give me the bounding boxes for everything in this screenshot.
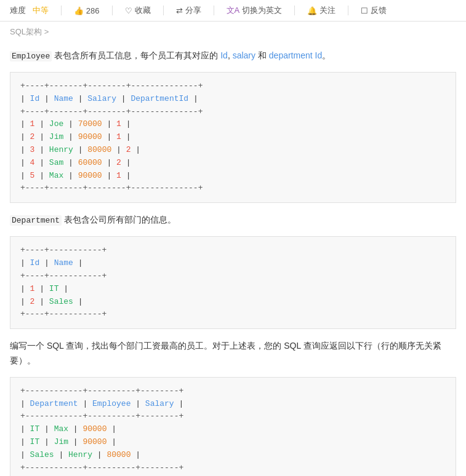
breadcrumb-separator: >	[44, 27, 49, 36]
share-label: 分享	[185, 5, 201, 16]
collect-icon: ♡	[125, 6, 132, 15]
employee-table-border-bottom: +----+-------+--------+--------------+	[20, 182, 446, 195]
department-code-label: Department	[10, 215, 62, 226]
feedback-icon: ☐	[361, 6, 368, 15]
result-table-border-header: +------------+----------+--------+	[20, 410, 446, 423]
difficulty-label: 难度 中等	[10, 5, 49, 16]
description2-text: 表包含公司所有部门的信息。	[64, 215, 176, 224]
employee-table-row-4: | 4 | Sam | 60000 | 2 |	[20, 157, 446, 170]
separator5	[294, 6, 295, 15]
dept-table-border-header: +----+-----------+	[20, 270, 446, 283]
result-table-border-bottom: +------------+----------+--------+	[20, 462, 446, 475]
follow-label: 关注	[319, 5, 335, 16]
department-table: +----+-----------+ | Id | Name | +----+-…	[10, 236, 456, 329]
share-icon: ⇄	[176, 6, 183, 15]
top-bar: 难度 中等 👍 286 ♡ 收藏 ⇄ 分享 文A 切换为英文 🔔 关注 ☐ 反馈	[0, 0, 466, 22]
switch-icon: 文A	[227, 5, 240, 16]
employee-table-border-top: +----+-------+--------+--------------+	[20, 80, 446, 93]
separator2	[112, 6, 113, 15]
feedback-label: 反馈	[371, 5, 387, 16]
separator4	[214, 6, 214, 15]
difficulty-label-text: 难度	[10, 6, 26, 15]
switch-language-button[interactable]: 文A 切换为英文	[227, 5, 283, 16]
likes-button[interactable]: 👍 286	[74, 6, 100, 15]
feedback-button[interactable]: ☐ 反馈	[361, 5, 387, 16]
breadcrumb-item[interactable]: SQL架构	[10, 27, 42, 36]
employee-table-border-header: +----+-------+--------+--------------+	[20, 106, 446, 119]
likes-icon: 👍	[74, 6, 84, 15]
employee-table-row-2: | 2 | Jim | 90000 | 1 |	[20, 131, 446, 144]
employee-table: +----+-------+--------+--------------+ |…	[10, 72, 456, 203]
employee-table-header: | Id | Name | Salary | DepartmentId |	[20, 93, 446, 106]
result-table-row-1: | IT | Max | 90000 |	[20, 423, 446, 436]
dept-table-border-bottom: +----+-----------+	[20, 308, 446, 321]
separator3	[163, 6, 164, 15]
result-table-header: | Department | Employee | Salary |	[20, 398, 446, 411]
result-table-row-2: | IT | Jim | 90000 |	[20, 436, 446, 449]
dept-table-header: | Id | Name |	[20, 257, 446, 270]
description1: Employee 表包含所有员工信息，每个员工有其对应的 Id, salary …	[10, 49, 456, 63]
follow-icon: 🔔	[307, 6, 317, 15]
employee-code-label: Employee	[10, 51, 52, 61]
dept-table-row-1: | 1 | IT |	[20, 283, 446, 296]
main-content: Employee 表包含所有员工信息，每个员工有其对应的 Id, salary …	[0, 42, 466, 476]
result-table-border-top: +------------+----------+--------+	[20, 385, 446, 398]
query-desc-text: 编写一个 SQL 查询，找出每个部门工资最高的员工。对于上述表，您的 SQL 查…	[10, 341, 441, 365]
share-button[interactable]: ⇄ 分享	[176, 5, 201, 16]
employee-table-row-1: | 1 | Joe | 70000 | 1 |	[20, 118, 446, 131]
likes-count: 286	[86, 6, 100, 15]
description1-text: 表包含所有员工信息，每个员工有其对应的 Id, salary 和 departm…	[54, 50, 331, 60]
description2: Department 表包含公司所有部门的信息。	[10, 213, 456, 228]
employee-table-row-3: | 3 | Henry | 80000 | 2 |	[20, 144, 446, 157]
collect-label: 收藏	[135, 5, 151, 16]
query-description: 编写一个 SQL 查询，找出每个部门工资最高的员工。对于上述表，您的 SQL 查…	[10, 339, 456, 368]
dept-table-border-top: +----+-----------+	[20, 244, 446, 257]
breadcrumb: SQL架构 >	[0, 22, 466, 42]
separator6	[348, 6, 348, 15]
collect-button[interactable]: ♡ 收藏	[125, 5, 151, 16]
follow-button[interactable]: 🔔 关注	[307, 5, 335, 16]
difficulty-value: 中等	[33, 6, 49, 15]
result-table-row-3: | Sales | Henry | 80000 |	[20, 449, 446, 462]
switch-label: 切换为英文	[242, 5, 282, 16]
dept-table-row-2: | 2 | Sales |	[20, 296, 446, 309]
separator1	[61, 6, 62, 15]
employee-table-row-5: | 5 | Max | 90000 | 1 |	[20, 170, 446, 183]
result-table: +------------+----------+--------+ | Dep…	[10, 377, 456, 476]
